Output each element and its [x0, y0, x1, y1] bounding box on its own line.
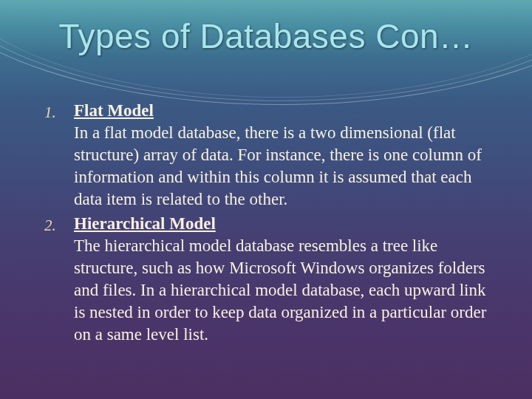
list-number: 2. [44, 213, 74, 345]
item-heading: Hierarchical Model [74, 214, 216, 233]
slide-title: Types of Databases Con… [0, 16, 532, 56]
list-body: Hierarchical Model The hierarchical mode… [74, 213, 495, 345]
slide-content: 1. Flat Model In a flat model database, … [44, 100, 495, 349]
list-item: 2. Hierarchical Model The hierarchical m… [44, 213, 495, 345]
list-item: 1. Flat Model In a flat model database, … [44, 100, 495, 210]
item-text: The hierarchical model database resemble… [74, 236, 486, 344]
item-heading: Flat Model [74, 101, 154, 120]
list-number: 1. [44, 100, 74, 210]
item-text: In a flat model database, there is a two… [74, 123, 482, 208]
list-body: Flat Model In a flat model database, the… [74, 100, 495, 210]
